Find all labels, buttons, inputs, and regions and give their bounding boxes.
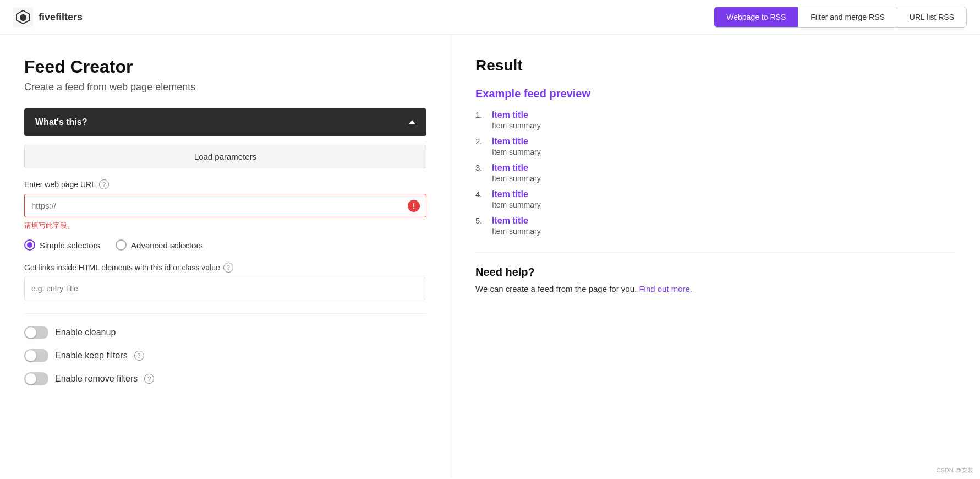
feed-list-item: 3. Item title Item summary <box>475 163 956 183</box>
simple-selectors-label: Simple selectors <box>40 241 100 250</box>
logo-text: fivefilters <box>39 12 83 23</box>
advanced-selectors-option[interactable]: Advanced selectors <box>116 240 203 251</box>
tab-url-list-rss[interactable]: URL list RSS <box>897 7 966 27</box>
selector-radio-group: Simple selectors Advanced selectors <box>24 240 426 251</box>
feed-list: 1. Item title Item summary 2. Item title… <box>475 110 956 236</box>
feed-item-content: Item title Item summary <box>492 137 541 156</box>
feed-item-content: Item title Item summary <box>492 189 541 209</box>
feed-item-title[interactable]: Item title <box>492 189 541 199</box>
simple-selectors-option[interactable]: Simple selectors <box>24 240 100 251</box>
result-title: Result <box>475 57 956 74</box>
feed-list-item: 1. Item title Item summary <box>475 110 956 130</box>
advanced-selectors-label: Advanced selectors <box>131 241 203 250</box>
watermark: CSDN @安装 <box>937 466 973 475</box>
chevron-up-icon <box>409 120 415 124</box>
html-elements-label: Get links inside HTML elements with this… <box>24 263 426 273</box>
whats-this-label: What's this? <box>35 117 87 127</box>
feed-item-content: Item title Item summary <box>492 216 541 236</box>
feed-item-summary: Item summary <box>492 174 541 183</box>
find-out-more-link[interactable]: Find out more. <box>639 284 692 293</box>
tab-filter-and-merge[interactable]: Filter and merge RSS <box>798 7 897 27</box>
load-params-button[interactable]: Load parameters <box>24 145 426 168</box>
enable-remove-filters-row: Enable remove filters ? <box>24 372 426 385</box>
feed-item-number: 2. <box>475 137 488 156</box>
feed-item-number: 1. <box>475 110 488 130</box>
feed-item-title[interactable]: Item title <box>492 110 541 120</box>
logo-icon <box>13 7 33 27</box>
enable-keep-filters-label: Enable keep filters <box>55 351 128 361</box>
right-panel: Result Example feed preview 1. Item titl… <box>451 35 980 478</box>
feed-list-item: 4. Item title Item summary <box>475 189 956 209</box>
left-panel: Feed Creator Create a feed from web page… <box>0 35 451 478</box>
url-error-icon: ! <box>408 200 420 212</box>
keep-filters-help-icon[interactable]: ? <box>134 351 144 361</box>
url-field-label: Enter web page URL ? <box>24 179 426 189</box>
enable-remove-filters-label: Enable remove filters <box>55 374 138 384</box>
nav-tabs: Webpage to RSS Filter and merge RSS URL … <box>714 7 967 28</box>
simple-selectors-radio[interactable] <box>24 240 35 251</box>
feed-item-title[interactable]: Item title <box>492 216 541 226</box>
toggle-knob <box>25 327 36 338</box>
result-divider <box>475 252 956 253</box>
feed-item-content: Item title Item summary <box>492 163 541 183</box>
feed-item-summary: Item summary <box>492 121 541 130</box>
whats-this-toggle[interactable]: What's this? <box>24 108 426 136</box>
enable-cleanup-toggle[interactable] <box>24 326 48 339</box>
page-title: Feed Creator <box>24 57 426 77</box>
feed-item-number: 3. <box>475 163 488 183</box>
feed-item-summary: Item summary <box>492 227 541 236</box>
feed-item-number: 4. <box>475 189 488 209</box>
enable-keep-filters-toggle[interactable] <box>24 349 48 362</box>
url-help-icon[interactable]: ? <box>99 179 109 189</box>
logo: fivefilters <box>13 7 83 27</box>
feed-item-content: Item title Item summary <box>492 110 541 130</box>
url-input[interactable] <box>24 194 426 217</box>
enable-cleanup-row: Enable cleanup <box>24 326 426 339</box>
header: fivefilters Webpage to RSS Filter and me… <box>0 0 980 35</box>
html-elements-help-icon[interactable]: ? <box>223 263 233 273</box>
section-divider <box>24 313 426 314</box>
advanced-selectors-radio[interactable] <box>116 240 127 251</box>
feed-item-number: 5. <box>475 216 488 236</box>
remove-filters-help-icon[interactable]: ? <box>144 374 154 384</box>
need-help-title: Need help? <box>475 266 956 279</box>
feed-item-title[interactable]: Item title <box>492 163 541 173</box>
feed-list-item: 5. Item title Item summary <box>475 216 956 236</box>
feed-list-item: 2. Item title Item summary <box>475 137 956 156</box>
url-error-message: 请填写此字段。 <box>24 221 426 231</box>
url-input-wrap: ! <box>24 194 426 217</box>
enable-remove-filters-toggle[interactable] <box>24 372 48 385</box>
page-subtitle: Create a feed from web page elements <box>24 81 426 93</box>
toggle-knob <box>25 373 36 384</box>
feed-item-title[interactable]: Item title <box>492 137 541 146</box>
feed-preview-title: Example feed preview <box>475 88 956 100</box>
need-help-text: We can create a feed from the page for y… <box>475 284 956 293</box>
enable-keep-filters-row: Enable keep filters ? <box>24 349 426 362</box>
feed-item-summary: Item summary <box>492 200 541 209</box>
tab-webpage-to-rss[interactable]: Webpage to RSS <box>714 7 798 27</box>
toggle-knob <box>25 350 36 361</box>
feed-item-summary: Item summary <box>492 148 541 156</box>
html-elements-input[interactable] <box>24 277 426 300</box>
enable-cleanup-label: Enable cleanup <box>55 328 116 338</box>
main-layout: Feed Creator Create a feed from web page… <box>0 35 980 478</box>
